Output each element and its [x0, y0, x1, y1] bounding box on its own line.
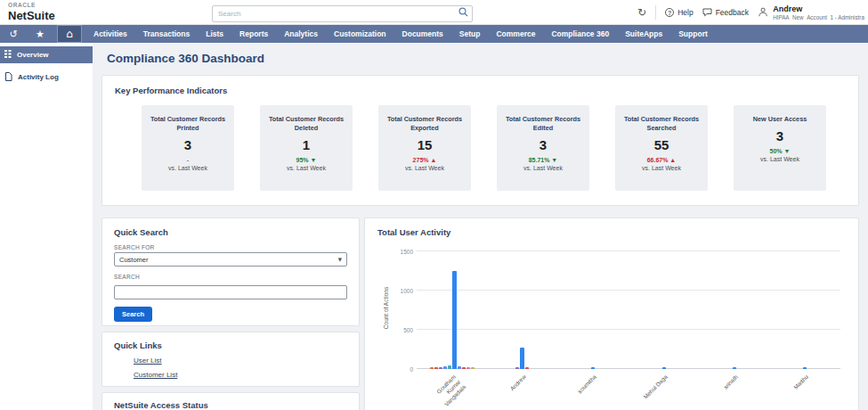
- user-name: Andrew: [773, 4, 864, 13]
- kpi-caption: vs. Last Week: [142, 165, 234, 171]
- app-root: ORACLE NetSuite ↻ ? Help Feedback: [0, 0, 868, 410]
- x-label-soumitha: soumitha: [567, 373, 598, 405]
- kpi-title: Total Customer Records Printed: [142, 115, 234, 133]
- bar[interactable]: [452, 271, 457, 369]
- nav-item-customization[interactable]: Customization: [326, 29, 394, 38]
- x-label-madhu: Madhu: [779, 373, 810, 405]
- nav-item-commerce[interactable]: Commerce: [488, 29, 543, 38]
- nav-item-transactions[interactable]: Transactions: [135, 29, 198, 38]
- nav-item-analytics[interactable]: Analytics: [276, 29, 326, 38]
- nav-item-activities[interactable]: Activities: [85, 29, 135, 38]
- left-column: Quick Search SEARCH FOR Customer ▼ SEARC…: [101, 217, 360, 410]
- x-label-slot: soumitha: [558, 369, 629, 406]
- link-customer-list[interactable]: Customer List: [134, 371, 347, 379]
- y-tick-1500: 1500: [392, 249, 413, 255]
- home-icon[interactable]: ⌂: [57, 25, 82, 43]
- chart-groups: [417, 251, 840, 369]
- kpi-section: Key Performance Indicators Total Custome…: [101, 75, 859, 206]
- feedback-label: Feedback: [716, 8, 749, 17]
- history-icon[interactable]: ↺: [0, 25, 27, 43]
- quick-search-input[interactable]: [114, 285, 347, 299]
- kpi-value: 3: [142, 137, 234, 152]
- kpi-value: 1: [260, 137, 353, 152]
- kpi-title: New User Access: [734, 115, 826, 124]
- lower-row: Quick Search SEARCH FOR Customer ▼ SEARC…: [101, 217, 859, 410]
- x-label-slot: Madhu: [770, 369, 840, 406]
- feedback-icon: [702, 8, 712, 17]
- global-search-input[interactable]: [212, 5, 473, 22]
- chart-x-labels: Goutham Kumar VangadalaAndrewsoumithaMeh…: [417, 369, 840, 406]
- kpi-value: 3: [497, 137, 589, 152]
- netsuite-access-status-title: NetSuite Access Status: [114, 400, 347, 410]
- netsuite-wordmark: NetSuite: [8, 10, 55, 21]
- bar-group-srinath: [699, 251, 769, 369]
- x-label-slot: srinath: [699, 369, 769, 406]
- netsuite-access-status-card: NetSuite Access Status: [101, 392, 360, 410]
- bar-group-andrew: [487, 251, 557, 369]
- kpi-change: -: [142, 157, 234, 163]
- kpi-caption: vs. Last Week: [615, 165, 708, 171]
- topbar: ORACLE NetSuite ↻ ? Help Feedback: [0, 0, 868, 25]
- help-button[interactable]: ? Help: [665, 8, 693, 17]
- quick-links-card: Quick Links User ListCustomer List: [101, 332, 360, 387]
- shortcuts-star-icon[interactable]: ★: [27, 25, 53, 43]
- grid-icon: [4, 50, 12, 60]
- nav-item-documents[interactable]: Documents: [394, 29, 451, 38]
- kpi-caption: vs. Last Week: [260, 165, 353, 171]
- help-icon: ?: [665, 8, 674, 17]
- search-for-label: SEARCH FOR: [114, 244, 347, 250]
- sidebar-item-overview[interactable]: Overview: [0, 46, 93, 63]
- global-search: [212, 4, 473, 20]
- quick-search-card: Quick Search SEARCH FOR Customer ▼ SEARC…: [101, 217, 360, 326]
- search-for-select[interactable]: Customer ▼: [114, 252, 347, 266]
- kpi-title: Total Customer Records Searched: [615, 115, 708, 133]
- kpi-change: 275% ▲: [378, 157, 471, 163]
- kpi-title: Total Customer Records Edited: [497, 115, 589, 133]
- kpi-change: 85.71% ▼: [497, 157, 589, 163]
- sidebar-item-activity-log[interactable]: Activity Log: [0, 69, 93, 86]
- kpi-caption: vs. Last Week: [378, 165, 471, 171]
- chart-plot: 050010001500: [417, 251, 840, 369]
- netsuite-logo[interactable]: ORACLE NetSuite: [0, 3, 55, 21]
- sidebar-item-label: Activity Log: [18, 73, 59, 81]
- feedback-button[interactable]: Feedback: [702, 8, 749, 17]
- x-label-slot: Goutham Kumar Vangadala: [417, 369, 487, 406]
- nav-item-lists[interactable]: Lists: [198, 29, 231, 38]
- main-content: Compliance 360 Dashboard Key Performance…: [93, 43, 868, 410]
- kpi-card-total-customer-records-edited: Total Customer Records Edited385.71% ▼vs…: [497, 105, 589, 191]
- user-role: HIPAA_New_Account_1 - Administrator: [773, 14, 864, 20]
- y-tick-0: 0: [392, 366, 413, 373]
- refresh-icon[interactable]: ↻: [637, 6, 646, 19]
- quick-search-title: Quick Search: [114, 227, 347, 237]
- kpi-card-total-customer-records-exported: Total Customer Records Exported15275% ▲v…: [378, 105, 471, 191]
- bar-group-goutham-kumar-vangadala: [417, 251, 487, 369]
- nav-item-suiteapps[interactable]: SuiteApps: [617, 29, 670, 38]
- x-label-slot: Andrew: [487, 369, 557, 406]
- kpi-section-title: Key Performance Indicators: [115, 86, 846, 95]
- document-icon: [4, 72, 12, 83]
- search-label: SEARCH: [114, 274, 347, 280]
- bar-group-soumitha: [558, 251, 629, 369]
- user-menu[interactable]: Andrew HIPAA_New_Account_1 - Administrat…: [758, 4, 864, 20]
- kpi-change: 50% ▼: [734, 148, 826, 154]
- nav-item-setup[interactable]: Setup: [451, 29, 489, 38]
- link-user-list[interactable]: User List: [134, 357, 347, 365]
- search-icon[interactable]: [458, 7, 468, 17]
- bar[interactable]: [520, 348, 524, 369]
- nav-item-support[interactable]: Support: [670, 29, 716, 38]
- kpi-title: Total Customer Records Deleted: [260, 115, 353, 133]
- quick-search-button[interactable]: Search: [114, 307, 152, 322]
- chevron-down-icon: ▼: [338, 257, 342, 262]
- kpi-row: Total Customer Records Printed3-vs. Last…: [115, 105, 846, 191]
- kpi-change: 66.67% ▲: [615, 157, 708, 163]
- x-label-slot: Mehul Daga: [629, 369, 699, 406]
- kpi-title: Total Customer Records Exported: [378, 115, 471, 133]
- sidebar: OverviewActivity Log: [0, 43, 93, 410]
- nav-item-compliance-360[interactable]: Compliance 360: [543, 29, 617, 38]
- user-role-icon: [758, 6, 768, 18]
- y-tick-1000: 1000: [392, 288, 413, 294]
- divider: [655, 5, 656, 20]
- nav-item-reports[interactable]: Reports: [231, 29, 276, 38]
- topbar-actions: ↻ ? Help Feedback Andrew HIPAA_New_A: [637, 0, 864, 25]
- page-title: Compliance 360 Dashboard: [107, 52, 859, 65]
